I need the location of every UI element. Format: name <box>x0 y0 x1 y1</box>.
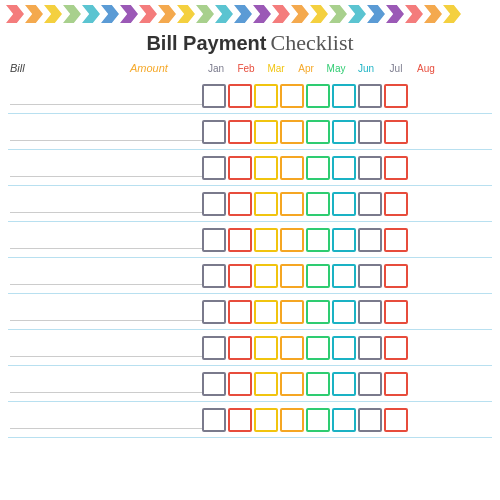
checkbox-jan[interactable] <box>202 300 226 324</box>
checkbox-aug[interactable] <box>384 408 408 432</box>
checkbox-aug[interactable] <box>384 84 408 108</box>
checkbox-jul[interactable] <box>358 372 382 396</box>
checkbox-jul[interactable] <box>358 156 382 180</box>
checkbox-jan[interactable] <box>202 192 226 216</box>
bill-input-area[interactable] <box>10 195 130 213</box>
checkbox-jun[interactable] <box>332 408 356 432</box>
checkbox-aug[interactable] <box>384 336 408 360</box>
checkbox-jul[interactable] <box>358 300 382 324</box>
checkbox-jan[interactable] <box>202 408 226 432</box>
checkbox-may[interactable] <box>306 408 330 432</box>
checkbox-apr[interactable] <box>280 84 304 108</box>
amount-input-area[interactable] <box>130 303 202 321</box>
checkbox-mar[interactable] <box>254 120 278 144</box>
checkbox-mar[interactable] <box>254 84 278 108</box>
checkbox-jun[interactable] <box>332 192 356 216</box>
bill-input-area[interactable] <box>10 267 130 285</box>
checkbox-feb[interactable] <box>228 372 252 396</box>
checkbox-feb[interactable] <box>228 300 252 324</box>
checkbox-may[interactable] <box>306 228 330 252</box>
checkbox-apr[interactable] <box>280 192 304 216</box>
checkbox-mar[interactable] <box>254 264 278 288</box>
checkbox-mar[interactable] <box>254 300 278 324</box>
amount-input-area[interactable] <box>130 339 202 357</box>
checkbox-jun[interactable] <box>332 120 356 144</box>
bill-input-area[interactable] <box>10 375 130 393</box>
checkbox-jul[interactable] <box>358 84 382 108</box>
checkbox-jul[interactable] <box>358 336 382 360</box>
amount-input-area[interactable] <box>130 195 202 213</box>
checkbox-jan[interactable] <box>202 372 226 396</box>
checkbox-feb[interactable] <box>228 408 252 432</box>
checkbox-mar[interactable] <box>254 192 278 216</box>
checkbox-jul[interactable] <box>358 264 382 288</box>
checkbox-jun[interactable] <box>332 84 356 108</box>
checkbox-apr[interactable] <box>280 372 304 396</box>
bill-input-area[interactable] <box>10 159 130 177</box>
checkbox-apr[interactable] <box>280 300 304 324</box>
checkbox-aug[interactable] <box>384 300 408 324</box>
checkbox-may[interactable] <box>306 300 330 324</box>
bill-input-area[interactable] <box>10 303 130 321</box>
checkbox-jun[interactable] <box>332 264 356 288</box>
checkbox-may[interactable] <box>306 264 330 288</box>
checkbox-mar[interactable] <box>254 372 278 396</box>
bill-input-area[interactable] <box>10 339 130 357</box>
checkbox-feb[interactable] <box>228 120 252 144</box>
amount-input-area[interactable] <box>130 159 202 177</box>
checkbox-may[interactable] <box>306 120 330 144</box>
checkbox-mar[interactable] <box>254 408 278 432</box>
checkbox-jan[interactable] <box>202 84 226 108</box>
amount-input-area[interactable] <box>130 375 202 393</box>
amount-input-area[interactable] <box>130 267 202 285</box>
checkbox-jun[interactable] <box>332 336 356 360</box>
checkbox-jun[interactable] <box>332 156 356 180</box>
checkbox-aug[interactable] <box>384 156 408 180</box>
checkbox-apr[interactable] <box>280 264 304 288</box>
bill-input-area[interactable] <box>10 123 130 141</box>
checkbox-mar[interactable] <box>254 336 278 360</box>
checkbox-jan[interactable] <box>202 336 226 360</box>
checkbox-jun[interactable] <box>332 228 356 252</box>
checkbox-apr[interactable] <box>280 228 304 252</box>
checkbox-aug[interactable] <box>384 192 408 216</box>
checkbox-mar[interactable] <box>254 156 278 180</box>
checkbox-jan[interactable] <box>202 156 226 180</box>
checkbox-jul[interactable] <box>358 228 382 252</box>
checkbox-jun[interactable] <box>332 372 356 396</box>
bill-input-area[interactable] <box>10 411 130 429</box>
checkbox-feb[interactable] <box>228 84 252 108</box>
checkbox-feb[interactable] <box>228 336 252 360</box>
checkbox-jan[interactable] <box>202 228 226 252</box>
checkbox-may[interactable] <box>306 372 330 396</box>
checkbox-feb[interactable] <box>228 264 252 288</box>
checkbox-jul[interactable] <box>358 408 382 432</box>
checkbox-apr[interactable] <box>280 408 304 432</box>
checkbox-may[interactable] <box>306 192 330 216</box>
checkbox-aug[interactable] <box>384 264 408 288</box>
amount-input-area[interactable] <box>130 123 202 141</box>
checkbox-aug[interactable] <box>384 372 408 396</box>
amount-input-area[interactable] <box>130 231 202 249</box>
checkbox-feb[interactable] <box>228 156 252 180</box>
checkbox-mar[interactable] <box>254 228 278 252</box>
checkbox-feb[interactable] <box>228 228 252 252</box>
checkbox-jan[interactable] <box>202 264 226 288</box>
checkbox-aug[interactable] <box>384 228 408 252</box>
amount-input-area[interactable] <box>130 87 202 105</box>
checkbox-jan[interactable] <box>202 120 226 144</box>
bill-input-area[interactable] <box>10 87 130 105</box>
checkbox-jun[interactable] <box>332 300 356 324</box>
checkbox-apr[interactable] <box>280 336 304 360</box>
checkbox-aug[interactable] <box>384 120 408 144</box>
bill-input-area[interactable] <box>10 231 130 249</box>
checkbox-feb[interactable] <box>228 192 252 216</box>
checkbox-apr[interactable] <box>280 156 304 180</box>
checkbox-apr[interactable] <box>280 120 304 144</box>
checkbox-jul[interactable] <box>358 120 382 144</box>
checkbox-may[interactable] <box>306 84 330 108</box>
amount-input-area[interactable] <box>130 411 202 429</box>
checkbox-jul[interactable] <box>358 192 382 216</box>
checkbox-may[interactable] <box>306 156 330 180</box>
checkbox-may[interactable] <box>306 336 330 360</box>
